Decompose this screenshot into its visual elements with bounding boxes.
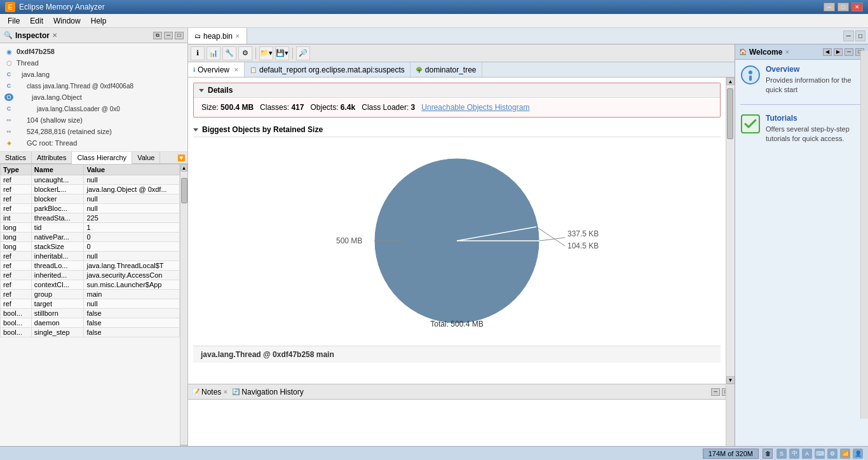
main-container: 🔍 Inspector ✕ ⧉ ─ □ ◉ 0xdf47b258 ⬡ [0, 28, 868, 460]
welcome-item-tutorials: Tutorials Offers several step-by-step tu… [740, 114, 863, 153]
notes-scrollbar[interactable] [726, 385, 735, 446]
inspector-maximize-button[interactable]: □ [175, 32, 184, 39]
heapbin-close[interactable]: ✕ [235, 33, 240, 39]
overview-scroll-thumb[interactable] [727, 88, 733, 139]
welcome-scrollbar[interactable] [860, 51, 868, 419]
table-scrollbar[interactable]: ▲ ▼ [180, 164, 187, 452]
tab-class-hierarchy[interactable]: Class Hierarchy [72, 152, 132, 164]
lang-icon[interactable]: 中 [789, 449, 799, 459]
menu-bar: File Edit Window Help [0, 14, 868, 28]
filter-icon[interactable]: 🔽 [177, 154, 185, 161]
size-value: 500.4 MB [220, 103, 254, 112]
ime-icon[interactable]: A [802, 449, 812, 459]
inspector-thread-item[interactable]: ⬡ Thread [4, 57, 184, 69]
menu-edit[interactable]: Edit [25, 15, 48, 27]
toolbar-query-button[interactable]: 💾▾ [275, 46, 289, 60]
welcome-close[interactable]: ✕ [785, 49, 790, 55]
keyboard-icon[interactable]: ⌨ [815, 449, 825, 459]
inspector-minimize-button[interactable]: ─ [164, 32, 173, 39]
toolbar-oql-button[interactable]: ⚙ [238, 46, 252, 60]
biggest-objects-header[interactable]: Biggest Objects by Retained Size [193, 123, 721, 137]
svg-point-6 [749, 71, 752, 74]
notes-minimize-button[interactable]: ─ [711, 388, 720, 396]
thread-class-icon: C [4, 81, 14, 91]
notes-header-left: 📝 Notes ✕ 🔄 Navigation History [192, 388, 304, 396]
table-cell: ref [1, 185, 32, 194]
scroll-thumb[interactable] [181, 178, 187, 203]
overview-scroll-down[interactable]: ▼ [726, 376, 735, 384]
maximize-view-button[interactable]: □ [855, 30, 865, 41]
gcroot-icon: ◈ [4, 138, 14, 148]
gc-button[interactable]: 🗑 [763, 449, 773, 459]
inspector-address: 0xdf47b258 [17, 48, 55, 55]
details-header[interactable]: Details [194, 83, 720, 98]
toolbar-info-button[interactable]: ℹ [191, 46, 205, 60]
inspector-thread-class-item[interactable]: C class java.lang.Thread @ 0xdf4006a8 [4, 80, 184, 91]
inspector-object-item[interactable]: O java.lang.Object [4, 91, 184, 103]
table-cell: java.lang.Object @ 0xdf... [84, 185, 180, 194]
unreachable-link[interactable]: Unreachable Objects Histogram [421, 103, 529, 112]
user-icon[interactable]: 👤 [853, 449, 863, 459]
table-cell: null [84, 252, 180, 261]
toolbar-reports-button[interactable]: 📁▾ [259, 46, 273, 60]
settings-tray-icon[interactable]: ⚙ [827, 449, 837, 459]
app-title: Eclipse Memory Analyzer [19, 3, 105, 11]
nav-history-icon: 🔄 [232, 388, 240, 395]
toolbar-histogram-button[interactable]: 📊 [207, 46, 220, 60]
welcome-nav-back[interactable]: ◀ [823, 48, 832, 56]
table-cell: inherited... [31, 271, 84, 280]
toolbar-dominator-button[interactable]: 🔧 [222, 46, 236, 60]
table-cell: ref [1, 175, 32, 185]
window-controls[interactable]: ─ □ ✕ [824, 3, 863, 11]
network-icon[interactable]: 📶 [840, 449, 850, 459]
center-content-area: Details Size: 500.4 MB Classes: 417 Obje… [188, 78, 735, 384]
overview-scrollbar[interactable]: ▲ ▼ [726, 78, 735, 384]
dominator-tab-icon: 🌳 [416, 67, 423, 73]
maximize-button[interactable]: □ [837, 3, 849, 11]
menu-window[interactable]: Window [48, 15, 86, 27]
tab-nav-history[interactable]: 🔄 Navigation History [232, 388, 303, 396]
content-tab-report[interactable]: 📋 default_report org.eclipse.mat.api:sus… [245, 62, 410, 77]
scroll-up-button[interactable]: ▲ [180, 164, 187, 172]
welcome-nav-fwd[interactable]: ▶ [834, 48, 843, 56]
tab-value[interactable]: Value [132, 152, 160, 163]
inspector-panel-controls[interactable]: ⧉ ─ □ [153, 32, 184, 39]
welcome-overview-title[interactable]: Overview [766, 65, 863, 74]
status-icons: S 中 A ⌨ ⚙ 📶 👤 [776, 449, 863, 459]
inspector-new-window-button[interactable]: ⧉ [153, 32, 162, 39]
overview-tab-label: Overview [198, 65, 229, 74]
toolbar-search-button[interactable]: 🔎 [296, 46, 310, 60]
center-panel: ℹ 📊 🔧 ⚙ 📁▾ 💾▾ 🔎 ℹ Overview ✕ [188, 44, 735, 460]
objects-value: 6.4k [341, 103, 355, 112]
inspector-tabs: Statics Attributes Class Hierarchy Value… [0, 152, 187, 164]
overview-tab-close[interactable]: ✕ [234, 67, 239, 73]
welcome-minimize[interactable]: ─ [844, 48, 853, 56]
minimize-button[interactable]: ─ [824, 3, 835, 11]
inspector-gcroot-label: GC root: Thread [17, 139, 77, 147]
welcome-controls[interactable]: ◀ ▶ ─ □ [823, 48, 864, 56]
inspector-close-badge: ✕ [52, 32, 57, 39]
menu-file[interactable]: File [3, 15, 25, 27]
table-scroll[interactable]: Type Name Value refuncaught...nullrefblo… [0, 164, 180, 452]
table-row: refinherited...java.security.AccessCon [1, 271, 180, 280]
overview-scroll-up[interactable]: ▲ [726, 78, 735, 85]
inspector-javalang-item[interactable]: C java.lang [4, 69, 184, 80]
overview-scroll[interactable]: Details Size: 500.4 MB Classes: 417 Obje… [188, 78, 726, 384]
table-cell: ref [1, 271, 32, 280]
tab-notes[interactable]: 📝 Notes ✕ [192, 388, 228, 396]
tab-heapbin[interactable]: 🗂 heap.bin ✕ [188, 28, 247, 44]
nav-history-label: Navigation History [241, 388, 303, 396]
notes-close[interactable]: ✕ [223, 389, 228, 395]
welcome-tutorials-title[interactable]: Tutorials [766, 114, 863, 123]
inspector-classloader-label: java.lang.ClassLoader @ 0x0 [17, 105, 120, 112]
close-button[interactable]: ✕ [851, 3, 863, 11]
content-tab-overview[interactable]: ℹ Overview ✕ [188, 62, 245, 77]
inspector-address-item[interactable]: ◉ 0xdf47b258 [4, 46, 184, 57]
menu-help[interactable]: Help [86, 15, 112, 27]
minimize-view-button[interactable]: ─ [843, 30, 854, 41]
tab-attributes[interactable]: Attributes [32, 152, 72, 163]
inspector-classloader-item[interactable]: C java.lang.ClassLoader @ 0x0 [4, 103, 184, 114]
memory-indicator[interactable]: 174M of 320M [703, 449, 759, 459]
tab-statics[interactable]: Statics [0, 152, 32, 163]
content-tab-dominator[interactable]: 🌳 dominator_tree [410, 62, 482, 77]
